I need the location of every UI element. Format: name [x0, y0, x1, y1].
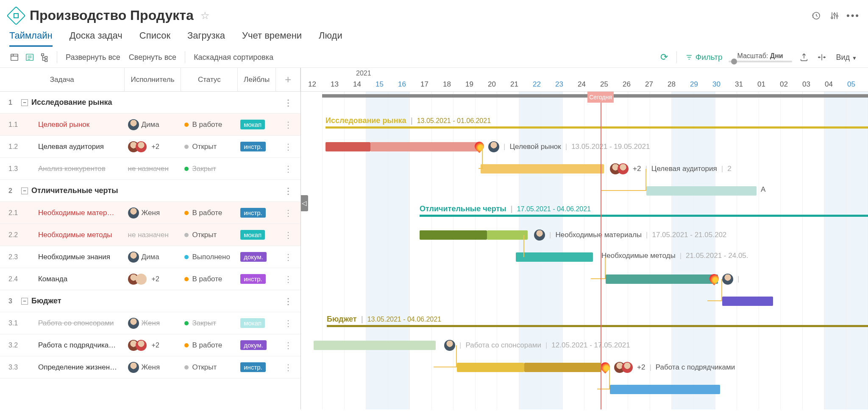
row-menu-icon[interactable]: ⋮	[276, 252, 300, 262]
row-menu-icon[interactable]: ⋮	[276, 230, 300, 240]
task-row[interactable]: 3.3Определение жизнен…ЖеняОткрытинстр.⋮	[0, 356, 300, 378]
label-cell[interactable]: инстр.	[238, 362, 276, 372]
filter-button[interactable]: Фильтр	[685, 53, 723, 62]
row-menu-icon[interactable]: ⋮	[276, 120, 300, 130]
refresh-icon[interactable]: ⟳	[660, 52, 668, 63]
task-row[interactable]: 1.3Анализ конкурентовне назначенЗакрытдо…	[0, 158, 300, 180]
assignee-cell[interactable]: +2	[125, 274, 181, 285]
tab-list[interactable]: Список	[139, 28, 170, 47]
gantt-bar[interactable]	[481, 164, 604, 174]
group-bar[interactable]	[326, 126, 868, 129]
gantt-bar[interactable]	[646, 186, 757, 196]
gantt-bar[interactable]	[524, 363, 601, 372]
task-row[interactable]: 2.2Необходимые методыне назначенОткрытмо…	[0, 224, 300, 246]
row-menu-icon[interactable]: ⋮	[276, 186, 300, 196]
more-menu-icon[interactable]: •••	[848, 10, 859, 21]
group-bar[interactable]	[420, 215, 868, 217]
label-cell[interactable]: докум.	[238, 340, 276, 350]
collapse-toggle[interactable]: −	[21, 99, 28, 106]
task-row[interactable]: 2.4Команда+2В работеинстр.⋮	[0, 268, 300, 290]
favorite-star-icon[interactable]: ☆	[200, 10, 210, 22]
col-assignee[interactable]: Исполнитель	[125, 68, 181, 91]
view-dropdown[interactable]: Вид ▼	[834, 53, 860, 62]
tab-timeline[interactable]: Таймлайн	[9, 28, 53, 47]
group-bar[interactable]	[327, 325, 868, 327]
task-row[interactable]: 2.1Необходимые матер…ЖеняВ работеинстр.⋮	[0, 202, 300, 224]
task-row[interactable]: 3.2Работа с подрядчика…+2В работедокум.⋮	[0, 334, 300, 356]
tab-time[interactable]: Учет времени	[242, 28, 302, 47]
status-cell[interactable]: В работе	[181, 275, 238, 283]
assignee-cell[interactable]: не назначен	[125, 165, 181, 173]
gantt-bar[interactable]	[314, 341, 436, 350]
gantt-bar[interactable]	[606, 274, 718, 284]
status-cell[interactable]: Открыт	[181, 143, 238, 151]
row-menu-icon[interactable]: ⋮	[276, 318, 300, 328]
tab-people[interactable]: Люди	[319, 28, 342, 47]
collapse-toggle[interactable]: −	[21, 188, 28, 194]
task-row[interactable]: 1−Исследование рынка⋮	[0, 92, 300, 114]
status-cell[interactable]: Закрыт	[181, 165, 238, 173]
gantt-bar[interactable]	[370, 142, 479, 151]
gantt-bar[interactable]	[722, 297, 773, 306]
col-labels[interactable]: Лейблы	[238, 68, 276, 91]
cascade-sort-button[interactable]: Каскадная сортировка	[191, 53, 276, 62]
row-menu-icon[interactable]: ⋮	[276, 296, 300, 306]
status-cell[interactable]: Закрыт	[181, 319, 238, 328]
row-menu-icon[interactable]: ⋮	[276, 98, 300, 108]
history-icon[interactable]	[810, 10, 821, 21]
task-row[interactable]: 2−Отличительные черты⋮	[0, 180, 300, 202]
task-row[interactable]: 1.2Целевая аудитория+2Открытинстр.⋮	[0, 136, 300, 158]
label-cell[interactable]: инстр.	[238, 142, 276, 151]
collapse-toggle[interactable]: −	[21, 298, 28, 305]
gantt-timeline[interactable]: ◁ 2021 121314151617181920212223242526272…	[301, 68, 868, 409]
collapse-panel-handle[interactable]: ◁	[301, 195, 308, 211]
task-row[interactable]: 1.1Целевой рынокДимаВ работемокап⋮	[0, 114, 300, 136]
tab-workload[interactable]: Загрузка	[187, 28, 225, 47]
col-task[interactable]: Задача	[0, 68, 125, 91]
status-cell[interactable]: Открыт	[181, 363, 238, 372]
label-cell[interactable]: докум.	[238, 252, 276, 262]
assignee-cell[interactable]: Дима	[125, 252, 181, 263]
assignee-cell[interactable]: Дима	[125, 119, 181, 130]
gantt-bar[interactable]	[420, 230, 487, 240]
gantt-bar[interactable]	[610, 385, 720, 394]
gantt-bar[interactable]	[487, 230, 528, 240]
row-menu-icon[interactable]: ⋮	[276, 340, 300, 350]
status-cell[interactable]: В работе	[181, 209, 238, 217]
status-cell[interactable]: Выполнено	[181, 253, 238, 261]
add-column-button[interactable]: +	[276, 68, 300, 91]
gantt-bar[interactable]	[457, 363, 524, 372]
label-cell[interactable]: мокап	[238, 318, 276, 328]
label-cell[interactable]: докум.	[238, 164, 276, 174]
task-row[interactable]: 2.3Необходимые знанияДимаВыполненодокум.…	[0, 246, 300, 268]
row-menu-icon[interactable]: ⋮	[276, 274, 300, 284]
hierarchy-icon[interactable]	[39, 51, 51, 63]
row-menu-icon[interactable]: ⋮	[276, 208, 300, 218]
row-menu-icon[interactable]: ⋮	[276, 362, 300, 372]
settings-sliders-icon[interactable]	[829, 10, 840, 21]
row-menu-icon[interactable]: ⋮	[276, 164, 300, 174]
assignee-cell[interactable]: не назначен	[125, 231, 181, 239]
assignee-cell[interactable]: +2	[125, 340, 181, 351]
zoom-scale[interactable]: Масштаб: Дни	[729, 52, 792, 62]
status-cell[interactable]: В работе	[181, 120, 238, 129]
gantt-bar[interactable]	[326, 142, 370, 151]
label-cell[interactable]: инстр.	[238, 208, 276, 218]
col-status[interactable]: Статус	[181, 68, 238, 91]
details-icon[interactable]	[24, 51, 36, 63]
status-cell[interactable]: Открыт	[181, 231, 238, 239]
task-row[interactable]: 3−Бюджет⋮	[0, 290, 300, 312]
assignee-cell[interactable]: Женя	[125, 362, 181, 373]
task-row[interactable]: 3.1Работа со спонсорамиЖеняЗакрытмокап⋮	[0, 312, 300, 334]
collapse-all-button[interactable]: Свернуть все	[126, 53, 179, 62]
status-cell[interactable]: В работе	[181, 341, 238, 350]
assignee-cell[interactable]: Женя	[125, 207, 181, 218]
gantt-bar[interactable]	[516, 252, 593, 262]
tab-board[interactable]: Доска задач	[70, 28, 122, 47]
assignee-cell[interactable]: Женя	[125, 318, 181, 329]
label-cell[interactable]: мокап	[238, 120, 276, 129]
assignee-cell[interactable]: +2	[125, 141, 181, 152]
row-menu-icon[interactable]: ⋮	[276, 142, 300, 152]
expand-all-button[interactable]: Развернуть все	[63, 53, 123, 62]
label-cell[interactable]: инстр.	[238, 274, 276, 284]
